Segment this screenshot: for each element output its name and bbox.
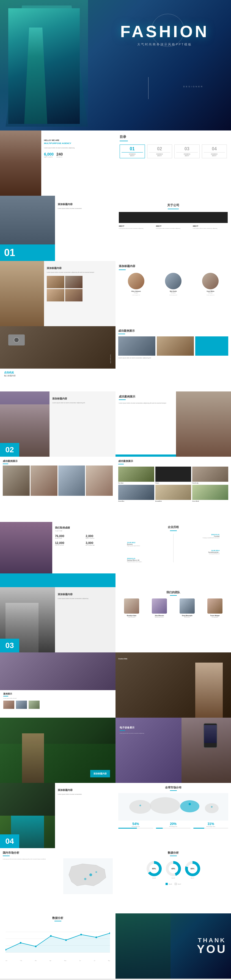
success-large-content: 成功案例展示 Lorem ipsum dolor sit amet consec… — [115, 391, 231, 407]
phone-screen — [204, 725, 217, 743]
case-small-3 — [28, 701, 40, 709]
member-2-role: Marketing Director — [147, 616, 172, 618]
team-members-slide: 我们的团队 Brooklyn Haze Chief Executive Alic… — [115, 587, 231, 652]
chart-label-3: Mar — [35, 960, 37, 961]
named-item-2: Classic — [155, 466, 191, 484]
legend-label-2: Data B — [178, 883, 181, 885]
team-model-img — [0, 261, 44, 326]
timeline-vline — [173, 534, 174, 562]
success-named-grid: New Style Classic Grand Lady Ocean Blue … — [118, 466, 228, 502]
team-members-title: 我们的团队 — [119, 590, 228, 594]
device-underline — [120, 730, 125, 731]
stats-slide: 我们取得成绩 IT LAST YEAR 76,000 WORK HOUR 2,0… — [0, 522, 115, 587]
global-stat-3-bar — [193, 828, 204, 829]
timeline-slide: 企业历程 2010.01.01 Founded Company establis… — [115, 522, 231, 587]
china-market-text: Lorem ipsum dolor sit amet consectetur a… — [3, 858, 60, 894]
line-chart-svg — [5, 925, 110, 958]
section-04-body: Lorem ipsum dolor sit amet consectetur — [58, 793, 113, 795]
named-item-4: Ocean Blue — [118, 485, 154, 502]
stat-coffee: 12,000 CUP OF COFFEE — [55, 541, 84, 546]
success-body: Lorem ipsum dolor sit amet consectetur a… — [118, 357, 228, 359]
legend-item-2: Data B — [175, 883, 181, 885]
about-col-body-2: Lorem ipsum dolor sit amet consectetur a… — [156, 228, 191, 229]
cases-row-title: 成功案例展示 — [3, 460, 113, 463]
member-4: Trevor Mahger Photographer — [202, 598, 228, 618]
success-content: 成功案例展示 Lorem ipsum dolor sit amet consec… — [115, 326, 231, 362]
svg-point-15 — [20, 942, 21, 943]
global-stat-2-num: 20% — [156, 822, 191, 826]
person-2-role: Developer — [156, 292, 190, 293]
donut-3: 80% Item C — [185, 861, 200, 879]
stats-blue-bar — [0, 573, 115, 587]
donut-charts: 65% Item A 45% Item B — [118, 858, 228, 881]
named-item-3: Grand Lady — [192, 466, 228, 484]
phone-mockup — [204, 723, 217, 748]
stats-content: 我们取得成绩 IT LAST YEAR 76,000 WORK HOUR 2,0… — [55, 526, 114, 546]
svg-point-4 — [189, 803, 191, 805]
cover-subtitle: 大气时尚商务演示风格PPT模板 — [120, 42, 209, 46]
bar-chart-content: 数据分析 — [0, 913, 115, 966]
member-1: Brooklyn Haze Chief Executive — [119, 598, 144, 618]
timeline-underline — [170, 530, 177, 531]
chart-label-8: Aug — [108, 960, 110, 961]
cases-row-slide: 成功案例展示 — [0, 457, 115, 522]
legend-item-1: Data A — [166, 883, 172, 885]
success-large-body: Lorem ipsum dolor sit amet consectetur a… — [119, 402, 168, 404]
bar-chart-underline — [54, 921, 61, 921]
about-content: 关于公司 标题文字 Lorem ipsum dolor sit amet con… — [115, 196, 231, 232]
svg-point-0 — [129, 800, 151, 814]
donut-1-label: Item A — [147, 877, 162, 879]
timeline-desc-1: Company established lorem ipsum — [181, 537, 220, 538]
svg-point-8 — [84, 878, 86, 880]
about-cols: 标题文字 Lorem ipsum dolor sit amet consecte… — [119, 225, 228, 229]
people-title: 添加标题内容 — [119, 264, 228, 268]
about-underline — [168, 208, 179, 209]
world-map-area — [118, 793, 228, 821]
named-name-5: Emma&Kole — [155, 500, 191, 502]
member-3-role: Art Director — [174, 616, 200, 618]
card-num-2: 02 — [149, 146, 171, 151]
chart-label-2: Feb — [20, 960, 22, 961]
svg-point-9 — [95, 871, 97, 873]
card-label-3: 添加标题内容描述文字 — [176, 153, 198, 156]
device-body: Lorem ipsum dolor sit amet consectetur a… — [120, 732, 161, 734]
section-01-body: Lorem ipsum dolor sit amet consectetur — [58, 208, 113, 210]
card-label-1: 添加标题内容描述文字 — [122, 153, 143, 156]
stat-work-num: 76,000 — [55, 534, 84, 538]
section-num-02: 02 — [5, 445, 14, 454]
chart-legend: Data A Data B — [118, 883, 228, 885]
named-name-4: Ocean Blue — [118, 500, 154, 502]
member-2: Alice Blincoln Marketing Director — [147, 598, 172, 618]
case-display-body: Lorem ipsum dolor sit amet — [3, 698, 112, 699]
card-num-3: 03 — [176, 146, 198, 151]
success-large-slide: 成功案例展示 Lorem ipsum dolor sit amet consec… — [115, 391, 231, 457]
section-num-03: 03 — [5, 641, 14, 650]
bar-chart-slide: 数据分析 — [0, 913, 115, 978]
thank-you-slide: THANK YOU — [115, 913, 231, 978]
about-col-2: 标题文字 Lorem ipsum dolor sit amet consecte… — [156, 225, 191, 229]
success-photos — [118, 336, 228, 356]
nature-title: 添加标题内容 — [93, 772, 107, 775]
donut-2-label: Item B — [166, 877, 181, 879]
global-stats-row: 54% Percentage One 20% Percentage Two 31… — [118, 822, 228, 829]
case-display-slide: 案例展示 Lorem ipsum dolor sit amet — [0, 652, 115, 718]
global-stat-3: 31% Percentage Three — [193, 822, 228, 829]
success-photo-2 — [157, 336, 194, 356]
section-03-slide: 03 添加标题内容 Lorem ipsum dolor sit amet con… — [0, 587, 115, 652]
donut-2-hole: 45% — [169, 864, 178, 873]
named-name-6: Green World — [192, 500, 228, 502]
people-underline — [119, 269, 126, 270]
about-col-title-3: 标题文字 — [193, 225, 228, 227]
donut-1-pct: 65% — [152, 868, 156, 870]
device-slide: 电子设备展示 Lorem ipsum dolor sit amet consec… — [115, 718, 231, 783]
stats-subtitle: IT LAST YEAR — [55, 530, 114, 531]
global-stat-2-label: Percentage Two — [156, 826, 191, 827]
donut-1-hole: 65% — [149, 864, 159, 873]
about-col-title-1: 标题文字 — [119, 225, 154, 227]
card-label-4: 添加标题内容描述文字 — [204, 153, 225, 156]
case-display-title: 案例展示 — [3, 692, 112, 695]
person-2: Bob Smith Developer Lorem ipsum sit — [156, 273, 190, 296]
chart-label-6: Jun — [79, 960, 81, 961]
section-01-slide: 01 添加标题内容 Lorem ipsum dolor sit amet con… — [0, 196, 115, 261]
svg-point-20 — [95, 937, 97, 938]
